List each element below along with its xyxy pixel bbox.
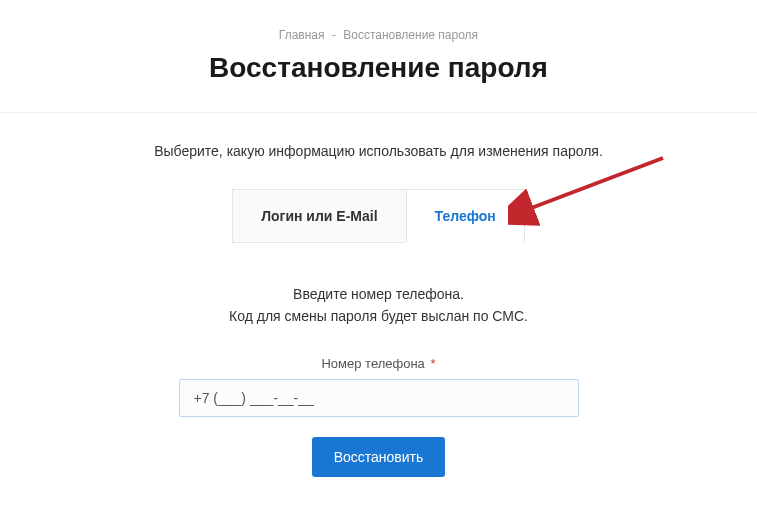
tab-phone[interactable]: Телефон (406, 189, 525, 243)
submit-button[interactable]: Восстановить (312, 437, 446, 477)
form-instruction-line1: Введите номер телефона. (293, 286, 464, 302)
breadcrumb-home-link[interactable]: Главная (279, 28, 325, 42)
phone-field-label: Номер телефона * (60, 356, 697, 371)
breadcrumb: Главная - Восстановление пароля (0, 0, 757, 42)
required-mark: * (430, 356, 435, 371)
form-instruction-line2: Код для смены пароля будет выслан по СМС… (229, 308, 528, 324)
phone-input[interactable] (179, 379, 579, 417)
form-instruction: Введите номер телефона. Код для смены па… (60, 283, 697, 328)
page-title: Восстановление пароля (0, 52, 757, 84)
breadcrumb-current: Восстановление пароля (343, 28, 478, 42)
phone-label-text: Номер телефона (321, 356, 424, 371)
breadcrumb-separator: - (332, 28, 336, 42)
tabs: Логин или E-Mail Телефон (60, 189, 697, 243)
main-container: Выберите, какую информацию использовать … (0, 113, 757, 477)
tab-login-email[interactable]: Логин или E-Mail (232, 189, 405, 243)
instruction-text: Выберите, какую информацию использовать … (60, 143, 697, 159)
